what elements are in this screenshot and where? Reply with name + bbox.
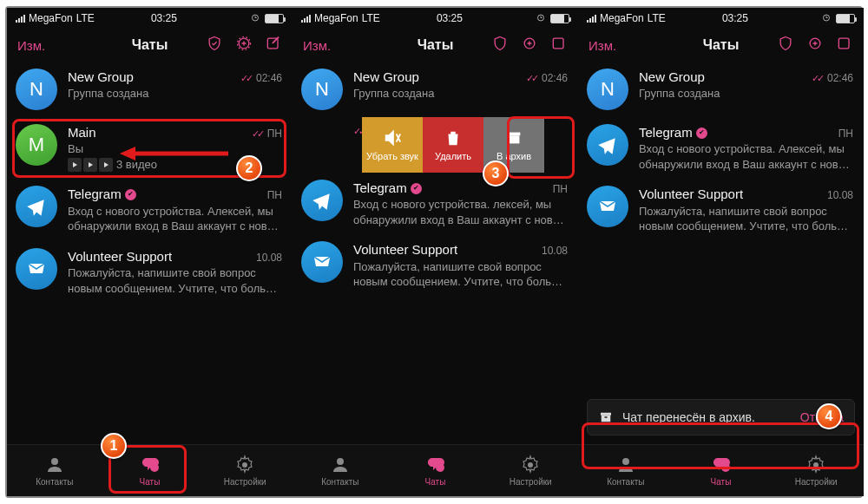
new-group-icon[interactable] (806, 35, 824, 56)
edit-button[interactable]: Изм. (303, 38, 331, 53)
battery-icon (265, 14, 284, 23)
avatar (16, 248, 57, 290)
chat-name: Main (68, 124, 96, 141)
verified-icon: ✔ (125, 189, 136, 200)
chat-new-group[interactable]: N New Group✓✓02:46Группа создана (293, 62, 578, 117)
svg-point-13 (337, 458, 344, 465)
proxy-icon[interactable] (491, 35, 509, 56)
chat-telegram[interactable]: Telegram ✔ПНВход с нового устройства. Ал… (578, 117, 864, 179)
edit-button[interactable]: Изм. (589, 38, 616, 53)
new-group-icon[interactable] (235, 35, 253, 56)
chat-time: ✓✓02:46 (240, 71, 282, 85)
svg-rect-12 (512, 137, 516, 139)
header-title: Чаты (132, 37, 168, 53)
snackbar-cancel[interactable]: Отмена (800, 410, 844, 424)
dnd-icon (233, 12, 246, 25)
chat-name: Telegram ✔ (68, 186, 136, 203)
svg-point-23 (721, 463, 730, 472)
proxy-icon[interactable] (777, 35, 794, 56)
svg-rect-9 (553, 38, 563, 49)
chat-telegram[interactable]: Telegram ✔ПНВход с нового устройства. ле… (293, 173, 578, 234)
tab-settings[interactable]: Настройки (768, 445, 864, 496)
status-bar: MegaFonLTE 03:25 (293, 8, 578, 29)
tab-contacts[interactable]: Контакты (7, 445, 102, 496)
svg-point-22 (622, 458, 629, 465)
tab-contacts[interactable]: Контакты (293, 445, 388, 496)
clock: 03:25 (151, 12, 177, 24)
chat-name: Volunteer Support (68, 248, 172, 265)
svg-rect-18 (838, 38, 849, 49)
chat-time: ✓✓ПН (252, 127, 282, 141)
swipe-delete[interactable]: Удалить (423, 117, 483, 173)
svg-point-24 (813, 462, 819, 468)
compose-icon[interactable] (265, 35, 282, 56)
tab-chats[interactable]: Чаты (674, 445, 769, 496)
snackbar-text: Чат перенесён в архив. (622, 410, 755, 424)
svg-point-14 (436, 463, 444, 472)
swipe-mute[interactable]: Убрать звук (362, 117, 423, 173)
chat-new-group[interactable]: N New Group✓✓02:46Группа создана (578, 62, 864, 117)
tab-bar: Контакты Чаты Настройки (7, 444, 293, 496)
svg-point-4 (51, 458, 58, 465)
tab-contacts[interactable]: Контакты (578, 445, 674, 496)
chat-preview: Пожалуйста, напишите свой вопрос новым с… (68, 265, 282, 296)
svg-point-6 (242, 462, 247, 468)
screen-3: MegaFonLTE 03:25 Изм. Чаты N New Group✓✓… (578, 8, 864, 496)
chat-main[interactable]: M Main ✓✓ПН Вы 3 видео (7, 117, 293, 179)
header-title: Чаты (418, 37, 454, 53)
status-bar: MegaFonLTE 03:25 (578, 8, 864, 29)
chat-new-group[interactable]: N New Group ✓✓02:46 Группа создана (7, 62, 293, 117)
tab-chats[interactable]: Чаты (102, 445, 198, 496)
carrier: MegaFon (29, 12, 73, 24)
svg-rect-10 (508, 133, 521, 136)
chat-preview: Группа создана (68, 86, 282, 101)
chat-volunteer-support[interactable]: Volunteer Support 10.08 Пожалуйста, напи… (7, 241, 293, 303)
avatar: M (16, 124, 57, 166)
edit-button[interactable]: Изм. (17, 38, 45, 53)
chat-volunteer-support[interactable]: Volunteer Support10.08Пожалуйста, напиши… (293, 234, 578, 296)
network: LTE (76, 12, 95, 24)
proxy-icon[interactable] (206, 35, 223, 56)
tab-settings[interactable]: Настройки (197, 445, 293, 496)
avatar (16, 186, 57, 227)
avatar: N (16, 69, 57, 110)
tab-settings[interactable]: Настройки (483, 445, 578, 496)
compose-icon[interactable] (836, 35, 853, 56)
svg-rect-20 (602, 416, 611, 422)
compose-icon[interactable] (550, 35, 568, 56)
chat-main-swiped[interactable]: ✓✓ПН Убрать звук Удалить В архив (293, 117, 578, 173)
chat-preview: Вы 3 видео (68, 141, 282, 172)
header: Изм. Чаты (7, 29, 293, 62)
svg-rect-11 (509, 135, 520, 143)
svg-rect-21 (605, 416, 608, 418)
snackbar: Чат перенесён в архив. Отмена (587, 399, 855, 435)
header-title: Чаты (703, 37, 740, 53)
new-group-icon[interactable] (521, 35, 538, 56)
svg-point-15 (528, 462, 533, 468)
status-bar: MegaFon LTE 03:25 (7, 8, 293, 29)
chat-preview: Вход с нового устройства. Алексей, мы об… (68, 204, 282, 234)
alarm-icon (249, 12, 261, 25)
screen-1: MegaFon LTE 03:25 Изм. Чаты N (7, 8, 293, 496)
signal-icon (16, 15, 25, 23)
chat-time: ПН (267, 188, 282, 202)
svg-point-5 (150, 463, 159, 472)
chat-name: New Group (68, 69, 134, 86)
tab-chats[interactable]: Чаты (388, 445, 483, 496)
svg-rect-19 (601, 413, 611, 416)
chat-telegram[interactable]: Telegram ✔ ПН Вход с нового устройства. … (7, 179, 293, 240)
swipe-archive[interactable]: В архив (483, 117, 544, 173)
swipe-actions: Убрать звук Удалить В архив (362, 117, 578, 173)
screen-2: MegaFonLTE 03:25 Изм. Чаты N New Group✓✓… (293, 8, 578, 496)
archive-icon (598, 409, 614, 425)
header: Изм. Чаты (578, 29, 864, 62)
chat-volunteer-support[interactable]: Volunteer Support10.08Пожалуйста, напиши… (578, 179, 864, 240)
chat-time: 10.08 (256, 251, 282, 265)
header: Изм. Чаты (293, 29, 578, 62)
